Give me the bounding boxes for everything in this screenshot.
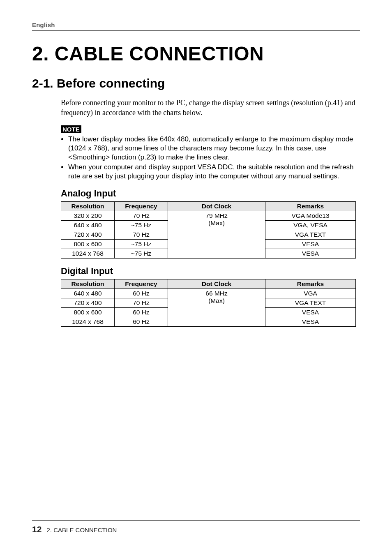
cell-resolution: 720 x 400 (61, 230, 115, 240)
col-dot-clock: Dot Clock (168, 279, 265, 289)
dot-clock-value: 79 MHz (205, 212, 227, 219)
note-label: NOTE (61, 125, 81, 133)
cell-resolution: 800 x 600 (61, 240, 115, 249)
chapter-title: 2. CABLE CONNECTION (32, 42, 360, 65)
cell-frequency: 70 Hz (115, 211, 168, 221)
col-resolution: Resolution (61, 202, 115, 211)
dot-clock-max: (Max) (208, 219, 225, 226)
cell-resolution: 1024 x 768 (61, 249, 115, 259)
cell-remarks: VESA (265, 308, 356, 317)
cell-resolution: 640 x 480 (61, 289, 115, 298)
cell-remarks: VGA Mode13 (265, 211, 356, 221)
content-block: Before connecting your monitor to the PC… (61, 98, 356, 327)
digital-heading: Digital Input (61, 266, 356, 277)
cell-remarks: VGA (265, 289, 356, 298)
page: English 2. CABLE CONNECTION 2-1. Before … (0, 0, 392, 554)
table-header-row: Resolution Frequency Dot Clock Remarks (61, 279, 356, 289)
note-item: The lower display modes like 640x 480, a… (68, 135, 356, 162)
cell-frequency: 60 Hz (115, 317, 168, 327)
cell-frequency: 70 Hz (115, 230, 168, 240)
note-item: When your computer and display support V… (68, 163, 356, 181)
col-remarks: Remarks (265, 202, 356, 211)
cell-frequency: 60 Hz (115, 308, 168, 317)
cell-resolution: 640 x 480 (61, 221, 115, 230)
cell-frequency: ~75 Hz (115, 240, 168, 249)
note-block: NOTE The lower display modes like 640x 4… (61, 125, 356, 181)
note-list: The lower display modes like 640x 480, a… (61, 135, 356, 181)
cell-remarks: VGA TEXT (265, 298, 356, 308)
col-remarks: Remarks (265, 279, 356, 289)
analog-heading: Analog Input (61, 188, 356, 199)
cell-remarks: VGA TEXT (265, 230, 356, 240)
cell-remarks: VESA (265, 249, 356, 259)
col-dot-clock: Dot Clock (168, 202, 265, 211)
table-row: 320 x 200 70 Hz 79 MHz (Max) VGA Mode13 (61, 211, 356, 221)
analog-input-table: Resolution Frequency Dot Clock Remarks 3… (61, 201, 356, 259)
footer: 12 2. CABLE CONNECTION (32, 520, 360, 534)
cell-remarks: VESA (265, 240, 356, 249)
cell-frequency: ~75 Hz (115, 221, 168, 230)
dot-clock-max: (Max) (208, 297, 225, 304)
page-number: 12 (32, 524, 42, 534)
table-header-row: Resolution Frequency Dot Clock Remarks (61, 202, 356, 211)
language-label: English (32, 21, 360, 31)
cell-remarks: VGA, VESA (265, 221, 356, 230)
cell-remarks: VESA (265, 317, 356, 327)
table-row: 640 x 480 60 Hz 66 MHz (Max) VGA (61, 289, 356, 298)
cell-resolution: 320 x 200 (61, 211, 115, 221)
cell-frequency: 60 Hz (115, 289, 168, 298)
cell-dot-clock-merged: 66 MHz (Max) (168, 289, 265, 327)
dot-clock-value: 66 MHz (205, 290, 227, 297)
cell-resolution: 1024 x 768 (61, 317, 115, 327)
digital-input-table: Resolution Frequency Dot Clock Remarks 6… (61, 279, 356, 327)
cell-resolution: 720 x 400 (61, 298, 115, 308)
cell-frequency: 70 Hz (115, 298, 168, 308)
cell-dot-clock-merged: 79 MHz (Max) (168, 211, 265, 259)
col-frequency: Frequency (115, 279, 168, 289)
cell-frequency: ~75 Hz (115, 249, 168, 259)
section-title: 2-1. Before connecting (32, 76, 360, 90)
col-resolution: Resolution (61, 279, 115, 289)
footer-section: 2. CABLE CONNECTION (47, 526, 117, 533)
cell-resolution: 800 x 600 (61, 308, 115, 317)
intro-paragraph: Before connecting your monitor to the PC… (61, 98, 356, 118)
col-frequency: Frequency (115, 202, 168, 211)
